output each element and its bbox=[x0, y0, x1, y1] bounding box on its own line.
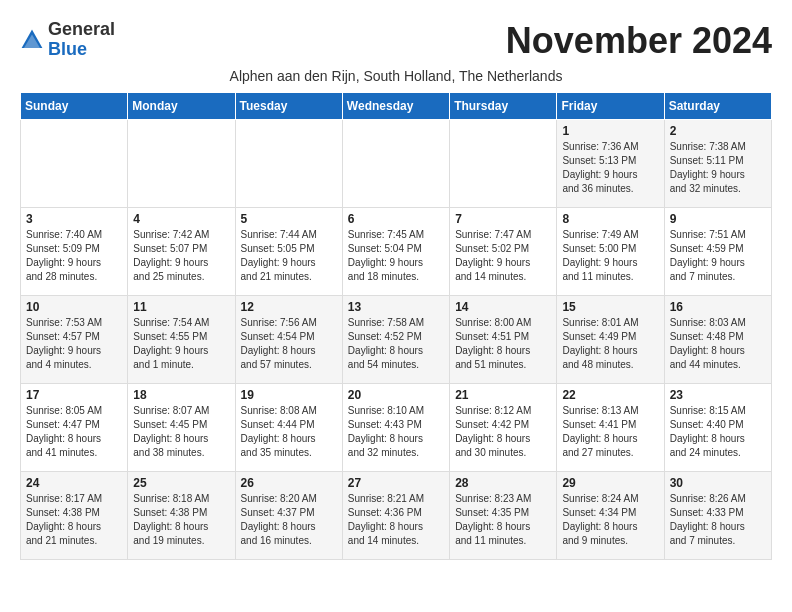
calendar-cell: 13Sunrise: 7:58 AM Sunset: 4:52 PM Dayli… bbox=[342, 296, 449, 384]
calendar-cell: 21Sunrise: 8:12 AM Sunset: 4:42 PM Dayli… bbox=[450, 384, 557, 472]
calendar-table: SundayMondayTuesdayWednesdayThursdayFrid… bbox=[20, 92, 772, 560]
calendar-week-row: 17Sunrise: 8:05 AM Sunset: 4:47 PM Dayli… bbox=[21, 384, 772, 472]
calendar-cell: 20Sunrise: 8:10 AM Sunset: 4:43 PM Dayli… bbox=[342, 384, 449, 472]
calendar-cell: 12Sunrise: 7:56 AM Sunset: 4:54 PM Dayli… bbox=[235, 296, 342, 384]
day-info: Sunrise: 8:12 AM Sunset: 4:42 PM Dayligh… bbox=[455, 404, 551, 460]
day-number: 24 bbox=[26, 476, 122, 490]
weekday-header-row: SundayMondayTuesdayWednesdayThursdayFrid… bbox=[21, 93, 772, 120]
calendar-cell: 8Sunrise: 7:49 AM Sunset: 5:00 PM Daylig… bbox=[557, 208, 664, 296]
calendar-cell bbox=[450, 120, 557, 208]
calendar-cell: 25Sunrise: 8:18 AM Sunset: 4:38 PM Dayli… bbox=[128, 472, 235, 560]
month-title: November 2024 bbox=[506, 20, 772, 62]
day-number: 30 bbox=[670, 476, 766, 490]
weekday-header-monday: Monday bbox=[128, 93, 235, 120]
calendar-cell: 14Sunrise: 8:00 AM Sunset: 4:51 PM Dayli… bbox=[450, 296, 557, 384]
calendar-week-row: 10Sunrise: 7:53 AM Sunset: 4:57 PM Dayli… bbox=[21, 296, 772, 384]
day-number: 25 bbox=[133, 476, 229, 490]
day-info: Sunrise: 8:05 AM Sunset: 4:47 PM Dayligh… bbox=[26, 404, 122, 460]
calendar-cell: 26Sunrise: 8:20 AM Sunset: 4:37 PM Dayli… bbox=[235, 472, 342, 560]
day-number: 8 bbox=[562, 212, 658, 226]
calendar-cell: 10Sunrise: 7:53 AM Sunset: 4:57 PM Dayli… bbox=[21, 296, 128, 384]
calendar-cell bbox=[21, 120, 128, 208]
weekday-header-sunday: Sunday bbox=[21, 93, 128, 120]
calendar-week-row: 3Sunrise: 7:40 AM Sunset: 5:09 PM Daylig… bbox=[21, 208, 772, 296]
day-info: Sunrise: 7:40 AM Sunset: 5:09 PM Dayligh… bbox=[26, 228, 122, 284]
day-number: 19 bbox=[241, 388, 337, 402]
day-number: 2 bbox=[670, 124, 766, 138]
weekday-header-wednesday: Wednesday bbox=[342, 93, 449, 120]
day-info: Sunrise: 7:45 AM Sunset: 5:04 PM Dayligh… bbox=[348, 228, 444, 284]
day-number: 13 bbox=[348, 300, 444, 314]
day-info: Sunrise: 8:17 AM Sunset: 4:38 PM Dayligh… bbox=[26, 492, 122, 548]
day-number: 23 bbox=[670, 388, 766, 402]
day-info: Sunrise: 7:53 AM Sunset: 4:57 PM Dayligh… bbox=[26, 316, 122, 372]
day-info: Sunrise: 7:44 AM Sunset: 5:05 PM Dayligh… bbox=[241, 228, 337, 284]
calendar-cell: 30Sunrise: 8:26 AM Sunset: 4:33 PM Dayli… bbox=[664, 472, 771, 560]
day-info: Sunrise: 8:07 AM Sunset: 4:45 PM Dayligh… bbox=[133, 404, 229, 460]
day-number: 3 bbox=[26, 212, 122, 226]
calendar-cell: 17Sunrise: 8:05 AM Sunset: 4:47 PM Dayli… bbox=[21, 384, 128, 472]
day-info: Sunrise: 7:58 AM Sunset: 4:52 PM Dayligh… bbox=[348, 316, 444, 372]
day-number: 18 bbox=[133, 388, 229, 402]
day-number: 4 bbox=[133, 212, 229, 226]
calendar-cell: 5Sunrise: 7:44 AM Sunset: 5:05 PM Daylig… bbox=[235, 208, 342, 296]
day-info: Sunrise: 7:47 AM Sunset: 5:02 PM Dayligh… bbox=[455, 228, 551, 284]
calendar-week-row: 24Sunrise: 8:17 AM Sunset: 4:38 PM Dayli… bbox=[21, 472, 772, 560]
day-info: Sunrise: 7:42 AM Sunset: 5:07 PM Dayligh… bbox=[133, 228, 229, 284]
day-info: Sunrise: 8:15 AM Sunset: 4:40 PM Dayligh… bbox=[670, 404, 766, 460]
calendar-cell: 28Sunrise: 8:23 AM Sunset: 4:35 PM Dayli… bbox=[450, 472, 557, 560]
day-number: 29 bbox=[562, 476, 658, 490]
day-info: Sunrise: 7:38 AM Sunset: 5:11 PM Dayligh… bbox=[670, 140, 766, 196]
header: General Blue November 2024 bbox=[20, 20, 772, 62]
day-number: 22 bbox=[562, 388, 658, 402]
weekday-header-tuesday: Tuesday bbox=[235, 93, 342, 120]
day-number: 7 bbox=[455, 212, 551, 226]
day-number: 20 bbox=[348, 388, 444, 402]
day-number: 16 bbox=[670, 300, 766, 314]
logo-icon bbox=[20, 28, 44, 52]
weekday-header-saturday: Saturday bbox=[664, 93, 771, 120]
day-number: 21 bbox=[455, 388, 551, 402]
day-number: 11 bbox=[133, 300, 229, 314]
calendar-body: 1Sunrise: 7:36 AM Sunset: 5:13 PM Daylig… bbox=[21, 120, 772, 560]
day-info: Sunrise: 8:01 AM Sunset: 4:49 PM Dayligh… bbox=[562, 316, 658, 372]
day-info: Sunrise: 8:20 AM Sunset: 4:37 PM Dayligh… bbox=[241, 492, 337, 548]
day-number: 6 bbox=[348, 212, 444, 226]
calendar-cell: 29Sunrise: 8:24 AM Sunset: 4:34 PM Dayli… bbox=[557, 472, 664, 560]
day-number: 12 bbox=[241, 300, 337, 314]
day-number: 14 bbox=[455, 300, 551, 314]
day-info: Sunrise: 8:10 AM Sunset: 4:43 PM Dayligh… bbox=[348, 404, 444, 460]
day-info: Sunrise: 7:49 AM Sunset: 5:00 PM Dayligh… bbox=[562, 228, 658, 284]
logo-blue-text: Blue bbox=[48, 39, 87, 59]
calendar-header: SundayMondayTuesdayWednesdayThursdayFrid… bbox=[21, 93, 772, 120]
logo-general-text: General bbox=[48, 19, 115, 39]
day-number: 26 bbox=[241, 476, 337, 490]
calendar-cell: 19Sunrise: 8:08 AM Sunset: 4:44 PM Dayli… bbox=[235, 384, 342, 472]
day-info: Sunrise: 8:03 AM Sunset: 4:48 PM Dayligh… bbox=[670, 316, 766, 372]
day-info: Sunrise: 8:23 AM Sunset: 4:35 PM Dayligh… bbox=[455, 492, 551, 548]
day-info: Sunrise: 7:36 AM Sunset: 5:13 PM Dayligh… bbox=[562, 140, 658, 196]
calendar-cell: 11Sunrise: 7:54 AM Sunset: 4:55 PM Dayli… bbox=[128, 296, 235, 384]
calendar-cell bbox=[128, 120, 235, 208]
day-number: 10 bbox=[26, 300, 122, 314]
weekday-header-friday: Friday bbox=[557, 93, 664, 120]
calendar-cell bbox=[342, 120, 449, 208]
calendar-cell: 23Sunrise: 8:15 AM Sunset: 4:40 PM Dayli… bbox=[664, 384, 771, 472]
day-info: Sunrise: 7:51 AM Sunset: 4:59 PM Dayligh… bbox=[670, 228, 766, 284]
weekday-header-thursday: Thursday bbox=[450, 93, 557, 120]
day-info: Sunrise: 7:56 AM Sunset: 4:54 PM Dayligh… bbox=[241, 316, 337, 372]
day-info: Sunrise: 8:08 AM Sunset: 4:44 PM Dayligh… bbox=[241, 404, 337, 460]
calendar-cell: 22Sunrise: 8:13 AM Sunset: 4:41 PM Dayli… bbox=[557, 384, 664, 472]
calendar-cell: 27Sunrise: 8:21 AM Sunset: 4:36 PM Dayli… bbox=[342, 472, 449, 560]
logo: General Blue bbox=[20, 20, 115, 60]
day-info: Sunrise: 8:26 AM Sunset: 4:33 PM Dayligh… bbox=[670, 492, 766, 548]
calendar-cell bbox=[235, 120, 342, 208]
day-number: 28 bbox=[455, 476, 551, 490]
day-number: 5 bbox=[241, 212, 337, 226]
day-number: 1 bbox=[562, 124, 658, 138]
day-info: Sunrise: 8:00 AM Sunset: 4:51 PM Dayligh… bbox=[455, 316, 551, 372]
day-info: Sunrise: 8:13 AM Sunset: 4:41 PM Dayligh… bbox=[562, 404, 658, 460]
calendar-cell: 15Sunrise: 8:01 AM Sunset: 4:49 PM Dayli… bbox=[557, 296, 664, 384]
day-number: 9 bbox=[670, 212, 766, 226]
day-info: Sunrise: 8:21 AM Sunset: 4:36 PM Dayligh… bbox=[348, 492, 444, 548]
